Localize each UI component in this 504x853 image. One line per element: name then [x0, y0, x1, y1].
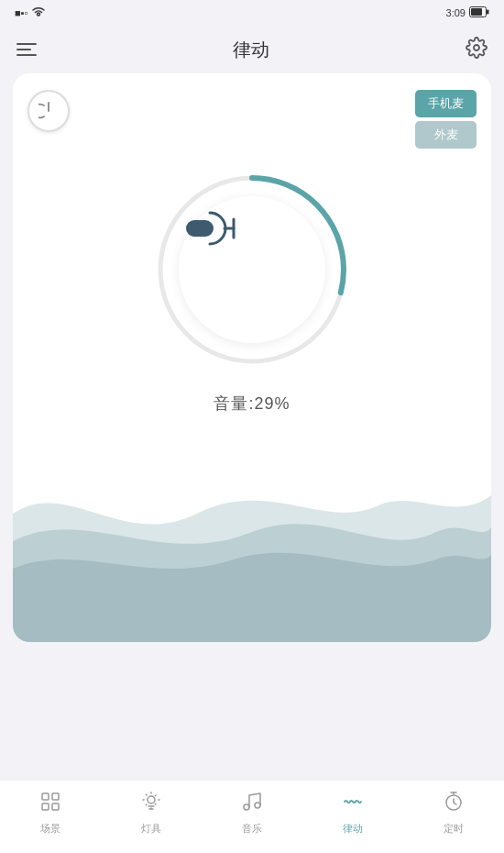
- menu-button[interactable]: [16, 43, 37, 56]
- time-display: 3:09: [446, 7, 466, 18]
- svg-rect-1: [487, 10, 489, 15]
- music-icon: [241, 791, 263, 818]
- nav-item-rhythm[interactable]: 律动: [302, 791, 403, 836]
- status-left: ■▪▫: [15, 6, 46, 19]
- light-label: 灯具: [141, 822, 161, 836]
- header: 律动: [0, 26, 504, 73]
- svg-rect-9: [42, 793, 49, 800]
- mic-area: 音量:29%: [27, 169, 477, 415]
- page-title: 律动: [233, 38, 269, 62]
- wave-decoration: [13, 440, 491, 642]
- timer-label: 定时: [444, 822, 464, 836]
- music-label: 音乐: [242, 822, 262, 836]
- rhythm-icon: [342, 791, 364, 818]
- circular-progress: [151, 169, 353, 371]
- svg-point-3: [474, 45, 479, 50]
- bottom-nav: 场景 灯具 音乐 律动: [0, 780, 504, 853]
- volume-display: 音量:29%: [214, 393, 290, 415]
- wifi-icon: [31, 6, 46, 19]
- svg-rect-6: [186, 220, 214, 237]
- timer-icon: [443, 791, 465, 818]
- status-right: 3:09: [446, 6, 489, 19]
- side-buttons: 手机麦 外麦: [415, 90, 477, 149]
- status-bar: ■▪▫ 3:09: [0, 0, 504, 26]
- svg-rect-10: [52, 793, 59, 800]
- signal-icon: ■▪▫: [15, 7, 27, 18]
- external-mic-button[interactable]: 外麦: [415, 121, 477, 149]
- phone-mic-button[interactable]: 手机麦: [415, 90, 477, 117]
- scene-icon: [39, 791, 61, 818]
- power-button[interactable]: [27, 90, 70, 132]
- battery-icon: [469, 6, 489, 19]
- light-icon: [140, 791, 162, 818]
- svg-rect-11: [42, 803, 49, 810]
- rhythm-label: 律动: [343, 822, 363, 836]
- nav-item-light[interactable]: 灯具: [101, 791, 202, 836]
- nav-item-timer[interactable]: 定时: [403, 791, 504, 836]
- settings-button[interactable]: [466, 37, 488, 62]
- svg-point-13: [148, 796, 155, 803]
- svg-rect-12: [52, 803, 59, 810]
- svg-point-15: [255, 803, 260, 808]
- nav-item-music[interactable]: 音乐: [202, 791, 302, 836]
- scene-label: 场景: [40, 822, 60, 836]
- main-card: 手机麦 外麦: [13, 73, 491, 642]
- svg-point-14: [244, 804, 249, 810]
- nav-item-scene[interactable]: 场景: [0, 791, 101, 836]
- svg-rect-2: [471, 8, 482, 16]
- microphone-circle[interactable]: [179, 196, 325, 343]
